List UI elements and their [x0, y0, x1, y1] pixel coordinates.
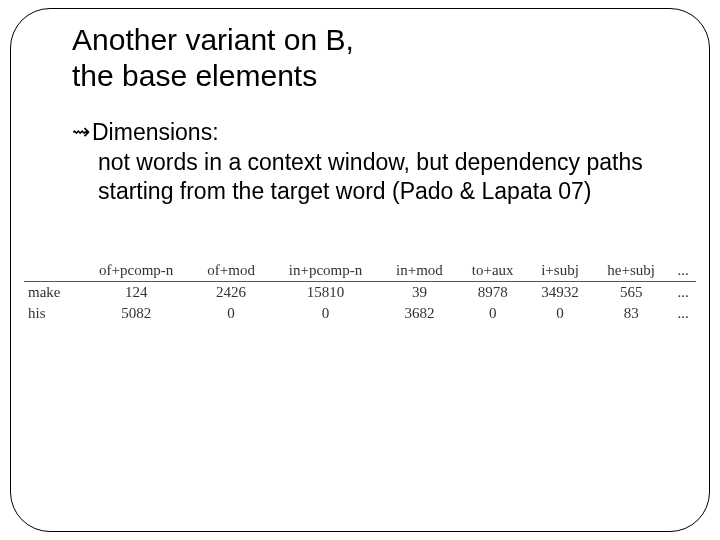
col-header: in+pcomp-n [270, 260, 381, 282]
cell: 5082 [80, 303, 192, 324]
title-line-2: the base elements [72, 59, 317, 92]
table-row: his 5082 0 0 3682 0 0 83 ... [24, 303, 696, 324]
bullet-heading: Dimensions: [92, 118, 219, 148]
cell-ellipsis: ... [670, 303, 696, 324]
bullet-icon: ⇝ [72, 118, 90, 147]
cell: 83 [592, 303, 670, 324]
bullet-block: ⇝ Dimensions: not words in a context win… [72, 118, 682, 205]
data-table: of+pcomp-n of+mod in+pcomp-n in+mod to+a… [24, 260, 696, 324]
cell: 15810 [270, 282, 381, 304]
cell: 3682 [381, 303, 458, 324]
cell: 0 [458, 303, 528, 324]
title-line-1: Another variant on B, [72, 23, 354, 56]
col-header: in+mod [381, 260, 458, 282]
row-label: make [24, 282, 80, 304]
slide-content: Another variant on B, the base elements … [72, 22, 682, 205]
cell-ellipsis: ... [670, 282, 696, 304]
slide-title: Another variant on B, the base elements [72, 22, 682, 94]
col-header: he+subj [592, 260, 670, 282]
cell: 8978 [458, 282, 528, 304]
cell: 0 [270, 303, 381, 324]
cell: 565 [592, 282, 670, 304]
cell: 2426 [192, 282, 270, 304]
col-header: to+aux [458, 260, 528, 282]
cell: 0 [192, 303, 270, 324]
table-row: make 124 2426 15810 39 8978 34932 565 ..… [24, 282, 696, 304]
col-header: of+mod [192, 260, 270, 282]
bullet-body: not words in a context window, but depen… [98, 148, 658, 206]
col-header: of+pcomp-n [80, 260, 192, 282]
cell: 0 [528, 303, 593, 324]
cell: 39 [381, 282, 458, 304]
col-header-ellipsis: ... [670, 260, 696, 282]
row-label: his [24, 303, 80, 324]
table-corner [24, 260, 80, 282]
col-header: i+subj [528, 260, 593, 282]
cell: 34932 [528, 282, 593, 304]
cell: 124 [80, 282, 192, 304]
bullet-line: ⇝ Dimensions: [72, 118, 682, 148]
table-header-row: of+pcomp-n of+mod in+pcomp-n in+mod to+a… [24, 260, 696, 282]
data-table-wrap: of+pcomp-n of+mod in+pcomp-n in+mod to+a… [24, 260, 696, 324]
